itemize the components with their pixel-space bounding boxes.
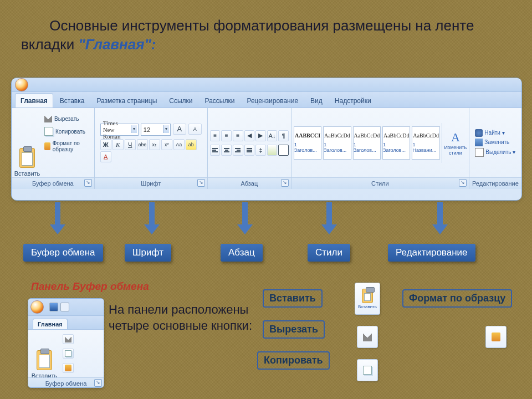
indent-dec-button[interactable]: ◀ <box>244 130 255 141</box>
tab-addins[interactable]: Надстройки <box>329 93 377 108</box>
arrow-icon <box>50 202 65 236</box>
fontcolor-button[interactable]: A <box>100 151 111 162</box>
brush-icon <box>492 332 500 341</box>
dialog-launcher-icon[interactable]: ↘ <box>84 179 92 187</box>
tab-home[interactable]: Главная <box>33 319 68 329</box>
strike-button[interactable]: abc <box>137 139 148 150</box>
sort-button[interactable]: A↓ <box>267 130 278 141</box>
qat-undo-icon[interactable] <box>60 303 69 311</box>
paste-big-icon[interactable]: Вставить <box>355 283 380 315</box>
linespacing-button[interactable]: ‡ <box>255 145 266 156</box>
format-painter-button[interactable]: Формат по образцу <box>43 139 92 154</box>
bold-button[interactable]: Ж <box>100 139 111 150</box>
tab-view[interactable]: Вид <box>305 93 328 108</box>
group-clipboard: Вставить Вырезать Копировать Формат по о… <box>12 108 95 189</box>
change-styles-button[interactable]: A Изменить стили <box>442 123 467 163</box>
tab-insert[interactable]: Вставка <box>54 93 90 108</box>
indent-inc-button[interactable]: ▶ <box>255 130 266 141</box>
font-name-select[interactable]: Times New Roman▾ <box>100 124 139 136</box>
ribbon-tabs: Главная Вставка Разметка страницы Ссылки… <box>12 92 521 108</box>
label-format-painter: Формат по образцу <box>402 289 512 308</box>
tab-review[interactable]: Рецензирование <box>241 93 304 108</box>
scissors-icon <box>65 336 71 342</box>
paste-button[interactable]: Вставить <box>28 330 60 381</box>
group-paragraph: ≡ ≡ ≡ ◀ ▶ A↓ ¶ ‡ Абзац↘ <box>208 108 291 189</box>
cut-button[interactable]: Вырезать <box>43 114 92 124</box>
dialog-launcher-icon[interactable]: ↘ <box>281 179 289 187</box>
copy-icon-box[interactable] <box>357 359 378 381</box>
copy-button[interactable]: Копировать <box>43 126 92 137</box>
numbering-button[interactable]: ≡ <box>221 130 232 141</box>
style-item[interactable]: AaBbCcDd1 Заголов... <box>323 126 351 160</box>
brush-icon <box>65 365 71 371</box>
shading-button[interactable] <box>267 145 278 156</box>
superscript-button[interactable]: x² <box>161 139 172 150</box>
group-font: Times New Roman▾ 12▾ A A Ж К Ч abc x₂ x²… <box>95 108 208 189</box>
paste-icon <box>362 289 373 303</box>
scissors-icon <box>363 332 372 341</box>
style-item[interactable]: AaBbCcDd1 Названи... <box>412 126 439 160</box>
qat-save-icon[interactable] <box>49 303 58 311</box>
paste-button[interactable]: Вставить <box>14 110 40 178</box>
font-size-select[interactable]: 12▾ <box>141 124 171 136</box>
dialog-launcher-icon[interactable]: ↘ <box>459 179 467 187</box>
arrow-icon <box>237 202 253 236</box>
dialog-launcher-icon[interactable]: ↘ <box>94 379 102 387</box>
grow-font-button[interactable]: A <box>173 124 186 135</box>
panel-description: На панели расположены четыре основные кн… <box>109 302 264 334</box>
group-label-editing: Редактирование <box>469 177 521 189</box>
underline-button[interactable]: Ч <box>125 139 136 150</box>
align-left-button[interactable] <box>210 145 221 156</box>
shrink-font-button[interactable]: A <box>188 124 202 135</box>
tab-references[interactable]: Ссылки <box>163 93 198 108</box>
find-button[interactable]: Найти ▾ <box>475 129 515 137</box>
subscript-button[interactable]: x₂ <box>149 139 160 150</box>
paste-icon <box>19 148 35 168</box>
replace-button[interactable]: Заменить <box>475 139 515 146</box>
cut-icon-box[interactable] <box>357 326 378 348</box>
bullets-button[interactable]: ≡ <box>210 130 221 141</box>
scissors-icon <box>44 115 52 122</box>
group-label-styles: Стили↘ <box>291 177 469 189</box>
format-painter-icon-box[interactable] <box>485 326 507 348</box>
office-button[interactable] <box>30 300 44 314</box>
dialog-launcher-icon[interactable]: ↘ <box>197 179 205 187</box>
align-center-button[interactable] <box>221 145 232 156</box>
tab-pagelayout[interactable]: Разметка страницы <box>91 93 162 108</box>
label-cut: Вырезать <box>263 320 325 339</box>
binoculars-icon <box>475 129 483 137</box>
arrow-icon <box>144 202 160 236</box>
format-painter-button[interactable] <box>63 363 74 373</box>
change-styles-icon: A <box>451 130 460 145</box>
group-label-clipboard: Буфер обмена↘ <box>12 177 94 189</box>
changecase-button[interactable]: Aa <box>173 139 185 150</box>
style-item[interactable]: AaBbCcDd1 Заголов... <box>382 126 410 160</box>
tab-home[interactable]: Главная <box>15 93 53 108</box>
cursor-icon <box>475 148 484 157</box>
highlight-button[interactable]: ab <box>186 139 197 150</box>
legend-clipboard: Буфер обмена <box>23 244 103 262</box>
align-right-button[interactable] <box>233 145 243 156</box>
group-styles: AABBCCI1 Заголов... AaBbCcDd1 Заголов...… <box>291 108 469 189</box>
tab-mailings[interactable]: Рассылки <box>200 93 241 108</box>
show-marks-button[interactable]: ¶ <box>278 130 289 141</box>
select-button[interactable]: Выделить ▾ <box>475 148 515 157</box>
style-item[interactable]: AaBbCcDd1 Заголов... <box>353 126 381 160</box>
arrow-icon <box>321 202 337 236</box>
italic-button[interactable]: К <box>112 139 124 150</box>
legend-paragraph: Абзац <box>221 244 263 262</box>
label-copy: Копировать <box>257 351 330 370</box>
paste-label: Вставить <box>358 304 377 309</box>
office-button[interactable] <box>15 78 28 91</box>
panel-title: Панель Буфер обмена <box>31 280 149 293</box>
style-item[interactable]: AABBCCI1 Заголов... <box>294 126 321 160</box>
align-justify-button[interactable] <box>244 145 255 156</box>
borders-button[interactable] <box>278 145 289 156</box>
copy-icon <box>65 350 71 357</box>
clipboard-panel-snippet: Главная Вставить Буфер обмена↘ <box>28 298 104 388</box>
group-label-clipboard: Буфер обмена↘ <box>28 377 104 388</box>
cut-button[interactable] <box>63 334 74 344</box>
copy-button[interactable] <box>63 349 74 359</box>
intro-text: Основные инструменты форматирования разм… <box>21 17 516 54</box>
multilevel-button[interactable]: ≡ <box>233 130 243 141</box>
